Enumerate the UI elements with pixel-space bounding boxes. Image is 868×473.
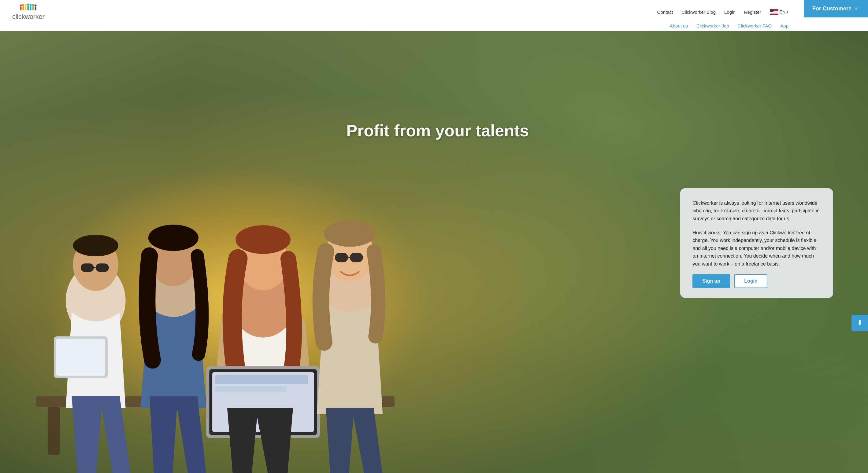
svg-rect-11 <box>32 6 34 10</box>
flag-icon <box>770 9 778 15</box>
logo-people-icon <box>19 3 38 13</box>
svg-point-12 <box>34 5 36 7</box>
svg-rect-13 <box>35 7 36 10</box>
nav-blog[interactable]: Clickworker Blog <box>681 9 716 15</box>
nav-login[interactable]: Login <box>724 9 736 15</box>
svg-rect-7 <box>27 6 29 10</box>
download-fab-button[interactable]: ⬇ <box>851 315 868 331</box>
card-buttons: Sign up Login <box>692 274 821 288</box>
card-paragraph-2: How it works: You can sign up as a Click… <box>692 229 821 268</box>
nav-contact[interactable]: Contact <box>657 9 673 15</box>
hero-section: Profit from your talents Clickworker is … <box>0 31 868 473</box>
svg-rect-3 <box>22 6 24 10</box>
nav-app[interactable]: App <box>780 23 788 28</box>
nav-register[interactable]: Register <box>744 9 761 15</box>
nav-job[interactable]: Clickworker-Job <box>696 23 729 28</box>
signup-button[interactable]: Sign up <box>692 274 730 288</box>
svg-point-0 <box>20 5 22 7</box>
header-top: clickworker Contact Clickworker Blog Log… <box>12 0 856 22</box>
language-selector[interactable]: EN ▾ <box>770 9 788 15</box>
svg-point-2 <box>22 4 24 6</box>
logo-text: clickworker <box>12 13 45 21</box>
svg-rect-18 <box>770 13 778 14</box>
nav-faq[interactable]: Clickworker FAQ <box>738 23 772 28</box>
login-button[interactable]: Login <box>734 274 767 288</box>
nav-about[interactable]: About us <box>670 23 688 28</box>
hero-headline: Profit from your talents <box>346 121 529 140</box>
chevron-right-icon: › <box>855 5 857 12</box>
lang-label: EN <box>780 9 785 14</box>
info-card: Clickworker is always looking for Intern… <box>680 188 833 298</box>
chevron-down-icon: ▾ <box>787 10 788 14</box>
for-customers-label: For Customers <box>812 5 851 12</box>
svg-point-10 <box>32 4 34 6</box>
svg-rect-5 <box>25 6 26 10</box>
logo-area[interactable]: clickworker <box>12 3 46 21</box>
header: For Customers › <box>0 0 868 31</box>
svg-point-4 <box>25 4 27 6</box>
svg-rect-1 <box>20 7 22 10</box>
header-bottom: About us Clickworker-Job Clickworker FAQ… <box>12 22 856 31</box>
card-paragraph-1: Clickworker is always looking for Intern… <box>692 199 821 223</box>
for-customers-button[interactable]: For Customers › <box>804 0 868 18</box>
svg-rect-9 <box>30 6 31 10</box>
svg-point-6 <box>27 4 29 6</box>
download-icon: ⬇ <box>857 319 863 327</box>
svg-point-8 <box>29 4 31 6</box>
svg-rect-17 <box>770 12 778 13</box>
svg-rect-19 <box>770 9 774 12</box>
